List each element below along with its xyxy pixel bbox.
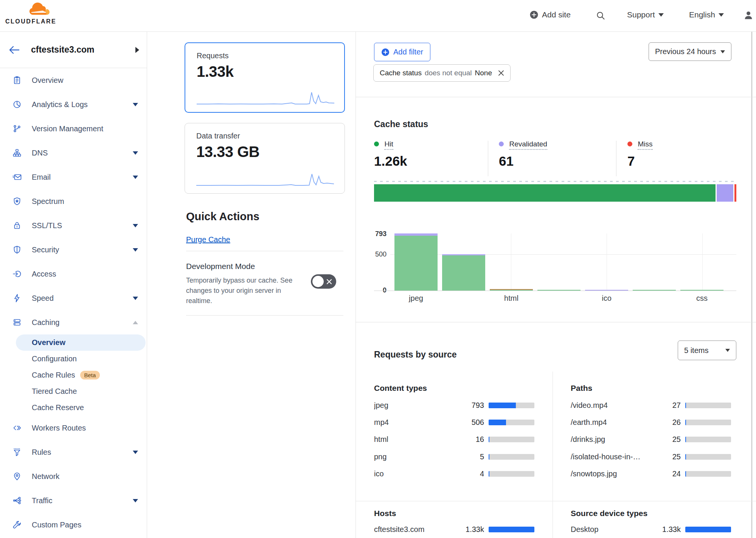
bar-type3-hit	[537, 290, 581, 291]
sidebar-subitem-tiered-cache[interactable]: Tiered Cache	[16, 383, 146, 400]
sidebar-item-label: Custom Pages	[32, 521, 81, 529]
sidebar-item-dns[interactable]: DNS	[0, 141, 147, 165]
table-row-label: Desktop	[571, 525, 639, 534]
table-row-value: 27	[643, 401, 681, 410]
data-transfer-metric-card[interactable]: Data transfer 13.33 GB	[185, 123, 345, 194]
bar-type1-hit	[442, 255, 485, 291]
sidebar-item-rules[interactable]: Rules	[0, 440, 147, 464]
sidebar-item-label: Security	[32, 246, 59, 254]
table-row-value: 16	[446, 435, 484, 444]
stacked-segment-revalidated	[717, 184, 733, 202]
content-types-header: Content types	[374, 384, 427, 393]
table-row-value: 26	[643, 418, 681, 427]
data-transfer-sparkline	[196, 171, 334, 188]
sidebar-subitem-cache-rules[interactable]: Cache Rules Beta	[16, 367, 146, 383]
filter-chip: Cache status does not equal None	[373, 64, 511, 82]
filter-value: None	[475, 69, 492, 77]
divider	[356, 322, 756, 322]
add-site-button[interactable]: Add site	[529, 10, 571, 19]
table-row-bar	[489, 471, 534, 477]
gridline-vertical	[511, 233, 511, 291]
sidebar-item-workers-routes[interactable]: Workers Routes	[0, 416, 147, 440]
back-arrow-icon[interactable]	[8, 45, 20, 55]
sidebar-item-analytics-logs[interactable]: Analytics & Logs	[0, 92, 147, 117]
sidebar-item-access[interactable]: Access	[0, 262, 147, 286]
cache-status-bar-chart	[374, 233, 736, 291]
sidebar-subitem-caching-overview[interactable]: Overview	[16, 334, 146, 351]
hosts-header: Hosts	[374, 509, 396, 518]
revalidated-dot-icon	[499, 141, 504, 146]
cloudflare-cloud-icon	[28, 2, 51, 16]
sidebar-item-version-management[interactable]: Version Management	[0, 117, 147, 141]
sidebar-item-security[interactable]: Security	[0, 238, 147, 262]
sidebar-item-label: Speed	[32, 294, 54, 303]
scrollbar[interactable]	[751, 32, 752, 538]
requests-metric-card[interactable]: Requests 1.33k	[185, 42, 345, 113]
sidebar-subitem-cache-reserve[interactable]: Cache Reserve	[16, 400, 146, 416]
legend-hit[interactable]: Hit 1.26k	[374, 140, 407, 169]
gridline-vertical	[702, 233, 703, 291]
sidebar-item-caching[interactable]: Caching	[0, 310, 147, 334]
sidebar-subitem-label: Configuration	[32, 355, 77, 363]
chevron-down-icon	[133, 151, 138, 155]
table-row-value: 25	[643, 452, 681, 461]
chevron-down-icon	[133, 248, 138, 252]
beta-badge: Beta	[80, 371, 100, 379]
divider	[356, 501, 756, 501]
table-row-bar	[489, 454, 534, 460]
funnel-icon	[12, 448, 22, 457]
sidebar-item-label: Traffic	[32, 496, 52, 505]
sidebar-item-spectrum[interactable]: Spectrum	[0, 189, 147, 213]
sidebar-item-label: Version Management	[32, 124, 103, 133]
chevron-down-icon	[133, 224, 138, 227]
stacked-segment-miss	[734, 184, 736, 202]
requests-card-value: 1.33k	[197, 63, 344, 80]
table-row-label: /video.mp4	[571, 401, 639, 410]
development-mode-toggle[interactable]	[311, 274, 336, 289]
miss-dot-icon	[627, 141, 632, 146]
cloudflare-logo[interactable]: CLOUDFLARE	[5, 2, 52, 25]
sidebar-item-overview[interactable]: Overview	[0, 68, 147, 92]
items-count-dropdown[interactable]: 5 items	[678, 341, 736, 360]
plus-circle-icon	[529, 10, 539, 19]
sidebar-item-label: Rules	[32, 448, 51, 457]
remove-filter-icon[interactable]	[497, 69, 505, 77]
table-row-bar	[489, 527, 534, 532]
add-filter-button[interactable]: Add filter	[374, 43, 430, 61]
sidebar-item-email[interactable]: Email	[0, 165, 147, 189]
cache-status-title: Cache status	[374, 119, 428, 129]
data-transfer-card-value: 13.33 GB	[196, 143, 345, 160]
sidebar-item-custom-pages[interactable]: Custom Pages	[0, 513, 147, 537]
cloudflare-dashboard: CLOUDFLARE Add site Support English	[0, 0, 756, 538]
divider	[186, 315, 343, 316]
support-menu[interactable]: Support	[627, 10, 664, 19]
sidebar-subitem-configuration[interactable]: Configuration	[16, 351, 146, 367]
time-range-dropdown[interactable]: Previous 24 hours	[649, 42, 731, 61]
table-row-value: 506	[446, 418, 484, 427]
sidebar-item-label: Network	[32, 472, 59, 481]
requests-card-label: Requests	[197, 51, 344, 60]
sidebar-item-network[interactable]: Network	[0, 464, 147, 488]
add-site-label: Add site	[542, 10, 571, 19]
language-menu[interactable]: English	[689, 10, 724, 19]
chevron-up-icon	[133, 321, 138, 324]
table-row-label: html	[374, 435, 442, 444]
legend-revalidated[interactable]: Revalidated 61	[499, 140, 547, 169]
account-menu[interactable]	[743, 10, 754, 22]
sidebar-item-traffic[interactable]: Traffic	[0, 488, 147, 513]
purge-cache-link[interactable]: Purge Cache	[186, 235, 230, 244]
legend-miss[interactable]: Miss 7	[627, 140, 653, 169]
email-icon	[12, 173, 22, 182]
bar-jpeg-hit	[394, 236, 438, 291]
sidebar-item-ssl-tls[interactable]: SSL/TLS	[0, 213, 147, 238]
data-transfer-card-label: Data transfer	[196, 132, 345, 140]
search-button[interactable]	[596, 11, 605, 22]
legend-divider	[488, 141, 488, 176]
chevron-down-icon	[133, 103, 138, 106]
chevron-right-icon[interactable]	[135, 47, 139, 53]
development-mode-description: Temporarily bypass our cache. See change…	[186, 275, 303, 306]
time-range-label: Previous 24 hours	[655, 47, 716, 56]
chevron-down-icon	[133, 297, 138, 300]
bar-jpeg-revalidated	[394, 233, 438, 236]
sidebar-item-speed[interactable]: Speed	[0, 286, 147, 310]
